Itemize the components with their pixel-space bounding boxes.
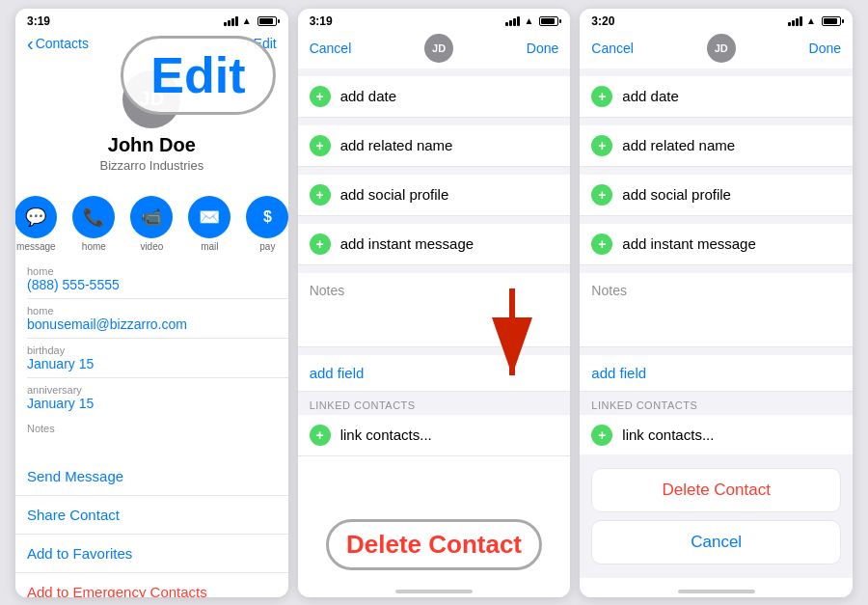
status-bar-3: 3:20 ▲: [580, 9, 853, 30]
cancel-delete-button[interactable]: Cancel: [591, 520, 841, 564]
edit-button[interactable]: Edit: [254, 36, 277, 51]
birthday-row: birthday January 15: [15, 339, 288, 377]
phone-icon: 📞: [72, 196, 115, 238]
anniversary-value[interactable]: January 15: [27, 396, 277, 411]
mail-action[interactable]: ✉️ mail: [188, 196, 231, 252]
add-instant-row-3[interactable]: + add instant message: [580, 224, 853, 265]
done-button-2[interactable]: Done: [527, 41, 558, 56]
contact-company: Bizzarro Industries: [100, 158, 204, 173]
email-row: home bonusemail@bizzarro.com: [15, 299, 288, 338]
status-bar-2: 3:19 ▲: [298, 9, 571, 30]
pay-label: pay: [259, 241, 275, 252]
add-field-row-3[interactable]: add field: [580, 355, 853, 392]
mail-label: mail: [201, 241, 218, 252]
delete-confirm-area: Delete Contact Cancel: [580, 454, 853, 578]
add-social-text-3: add social profile: [622, 186, 731, 203]
add-field-text: add field: [310, 365, 365, 381]
action-list: Send Message Share Contact Add to Favori…: [15, 457, 288, 597]
linked-contacts-header: LINKED CONTACTS: [298, 392, 571, 415]
anniversary-row: anniversary January 15: [15, 378, 288, 417]
phone-delete-confirm: 3:20 ▲ Cancel JD Done + add date: [580, 9, 853, 597]
add-related-row[interactable]: + add related name: [298, 125, 571, 167]
video-icon: 📹: [130, 196, 173, 238]
video-label: video: [140, 241, 163, 252]
phone-label: home: [27, 265, 277, 277]
email-value[interactable]: bonusemail@bizzarro.com: [27, 316, 277, 332]
pay-icon: $: [246, 196, 287, 238]
back-button[interactable]: Contacts: [27, 34, 89, 53]
phone-row: home (888) 555-5555: [15, 260, 288, 298]
add-instant-row[interactable]: + add instant message: [298, 224, 571, 265]
anniversary-label: anniversary: [27, 384, 277, 396]
message-icon: 💬: [15, 196, 57, 238]
add-related-text: add related name: [340, 137, 453, 153]
add-social-row-3[interactable]: + add social profile: [580, 175, 853, 216]
plus-icon-date: +: [310, 86, 331, 107]
phone-contact-detail: 3:19 ▲ Contacts Edit JD John Doe Bizzarr…: [15, 9, 288, 597]
add-date-row[interactable]: + add date: [298, 76, 571, 118]
nav-avatar-2: JD: [424, 34, 453, 63]
message-action[interactable]: 💬 message: [15, 196, 57, 252]
email-label: home: [27, 305, 277, 316]
status-time-3: 3:20: [591, 14, 614, 28]
status-icons-3: ▲: [788, 15, 841, 26]
notes-edit-label-3: Notes: [591, 283, 841, 298]
add-date-text-3: add date: [622, 88, 678, 104]
status-icons-2: ▲: [505, 15, 558, 26]
emergency-contacts-item[interactable]: Add to Emergency Contacts: [15, 573, 288, 597]
signal-icon-3: [788, 16, 802, 26]
wifi-icon-2: ▲: [524, 15, 533, 26]
home-indicator-3: [580, 578, 853, 597]
contact-header: JD John Doe Bizzarro Industries: [15, 59, 288, 192]
add-date-text: add date: [340, 88, 396, 104]
notes-label: Notes: [27, 423, 277, 434]
notes-edit-label: Notes: [310, 283, 559, 298]
notes-section: Notes: [15, 417, 288, 450]
cancel-button-2[interactable]: Cancel: [310, 41, 352, 56]
add-favorites-item[interactable]: Add to Favorites: [15, 535, 288, 573]
add-field-row[interactable]: add field: [298, 355, 571, 392]
done-button-3[interactable]: Done: [809, 41, 841, 56]
avatar: JD: [122, 70, 180, 128]
status-bar-1: 3:19 ▲: [15, 9, 288, 30]
signal-icon: [224, 16, 238, 26]
link-contacts-row[interactable]: + link contacts...: [298, 415, 571, 456]
battery-icon: [258, 16, 277, 26]
add-social-row[interactable]: + add social profile: [298, 175, 571, 216]
pay-action[interactable]: $ pay: [246, 196, 287, 252]
add-date-row-3[interactable]: + add date: [580, 76, 853, 118]
send-message-item[interactable]: Send Message: [15, 457, 288, 496]
video-action[interactable]: 📹 video: [130, 196, 173, 252]
cancel-button-3[interactable]: Cancel: [591, 41, 634, 56]
nav-bar-2: Cancel JD Done: [298, 30, 571, 69]
nav-bar-1: Contacts Edit: [15, 30, 288, 59]
mail-icon: ✉️: [188, 196, 231, 238]
add-related-row-3[interactable]: + add related name: [580, 125, 853, 167]
plus-icon-date-3: +: [591, 86, 612, 107]
phone-edit-view: 3:19 ▲ Cancel JD Done + add date: [298, 9, 571, 597]
battery-icon-3: [822, 16, 841, 26]
notes-edit-area: Notes: [298, 273, 571, 347]
notes-edit-area-3: Notes: [580, 273, 853, 347]
birthday-value[interactable]: January 15: [27, 356, 277, 371]
add-related-text-3: add related name: [622, 137, 735, 153]
phone-value[interactable]: (888) 555-5555: [27, 277, 277, 292]
add-social-text: add social profile: [340, 186, 449, 203]
edit-list: + add date + add related name + add soci…: [298, 69, 571, 578]
plus-icon-link-3: +: [591, 425, 612, 446]
status-time-1: 3:19: [27, 14, 50, 28]
plus-icon-social: +: [310, 184, 331, 206]
home-action[interactable]: 📞 home: [72, 196, 115, 252]
add-instant-text: add instant message: [340, 235, 474, 252]
status-icons-1: ▲: [224, 15, 277, 26]
home-label: home: [82, 241, 106, 252]
linked-contacts-header-3: LINKED CONTACTS: [580, 392, 853, 415]
signal-icon-2: [505, 16, 520, 26]
wifi-icon-3: ▲: [806, 15, 816, 26]
battery-icon-2: [539, 16, 558, 26]
add-instant-text-3: add instant message: [622, 235, 755, 252]
delete-contact-button[interactable]: Delete Contact: [591, 468, 841, 512]
edit-list-3: + add date + add related name + add soci…: [580, 69, 853, 454]
link-contacts-row-3[interactable]: + link contacts...: [580, 415, 853, 454]
share-contact-item[interactable]: Share Contact: [15, 496, 288, 535]
